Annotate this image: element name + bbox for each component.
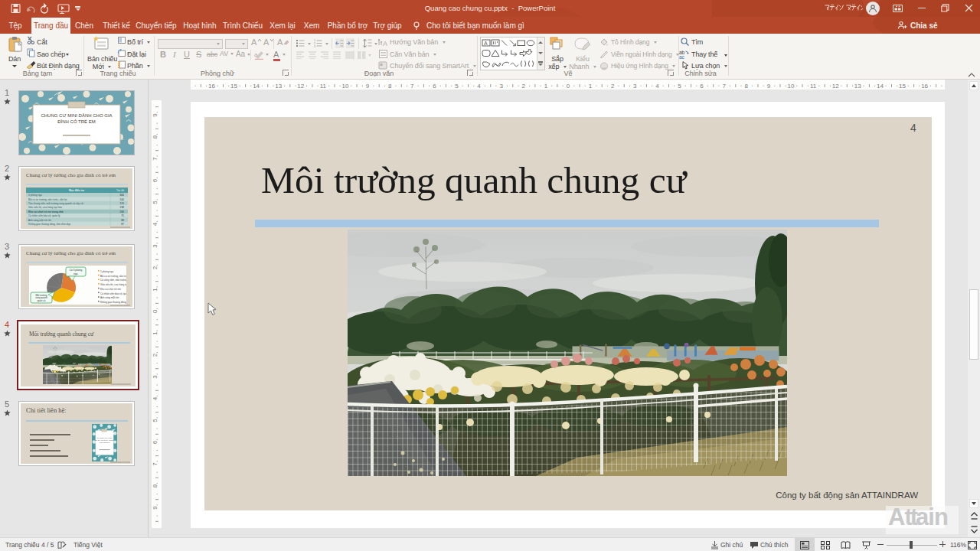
svg-text:16: 16 (921, 83, 928, 90)
svg-text:Có nhân viên bảo vệ, quản lý: Có nhân viên bảo vệ, quản lý (100, 292, 126, 295)
svg-text:8: 8 (152, 484, 158, 487)
svg-text:6: 6 (433, 83, 436, 90)
svg-text:Gần siêu thị, cửa hàng tạp hóa: Gần siêu thị, cửa hàng tạp hóa (28, 206, 62, 209)
svg-text:1: 1 (544, 83, 548, 90)
svg-text:Bãi cỏ xe trường, sân trước, t: Bãi cỏ xe trường, sân trước, tiện lợi (28, 198, 67, 201)
svg-text:5: 5 (455, 83, 459, 90)
svg-text:6: 6 (152, 440, 158, 444)
svg-text:13: 13 (275, 83, 282, 90)
svg-text:A: A (484, 41, 488, 46)
svg-text:3: 3 (633, 83, 637, 90)
svg-text:A: A (383, 40, 387, 47)
svg-text:5: 5 (152, 201, 158, 204)
svg-text:ngủ: ngủ (74, 272, 78, 276)
svg-text:2: 2 (611, 83, 615, 90)
svg-text:7: 7 (152, 157, 158, 161)
svg-text:7: 7 (410, 83, 414, 90)
svg-text:180: 180 (119, 210, 124, 214)
svg-text:1 phòng ngủ: 1 phòng ngủ (100, 270, 113, 273)
svg-text:1: 1 (589, 83, 593, 90)
svg-text:360: 360 (119, 194, 124, 197)
svg-text:3: 3 (152, 244, 158, 248)
svg-text:4: 4 (152, 396, 158, 400)
svg-text:6: 6 (152, 178, 158, 182)
svg-text:quán cà: quán cà (38, 299, 46, 302)
svg-text:Bãi cỏ xe trường, sân trước, t: Bãi cỏ xe trường, sân trước, tiện (100, 275, 126, 278)
svg-text:Có nhân viên bảo vệ, quản lý: Có nhân viên bảo vệ, quản lý (28, 214, 60, 217)
svg-text:14: 14 (877, 83, 884, 90)
svg-text:15: 15 (230, 83, 237, 90)
svg-text:140: 140 (119, 198, 124, 201)
svg-text:Không gian thoáng đãng, tầm: Không gian thoáng đãng, tầm (100, 301, 126, 304)
svg-text:6: 6 (700, 83, 704, 90)
svg-text:1: 1 (152, 331, 158, 335)
svg-text:3: 3 (499, 83, 503, 90)
svg-text:5: 5 (678, 83, 681, 90)
svg-text:ĐÌNH CÓ TRẺ EM: ĐÌNH CÓ TRẺ EM (57, 119, 96, 124)
svg-text:Có 3 phòng: Có 3 phòng (70, 269, 83, 272)
svg-text:4: 4 (655, 83, 659, 90)
svg-text:9: 9 (152, 113, 158, 117)
svg-text:ac: ac (679, 54, 685, 59)
svg-text:2: 2 (522, 83, 526, 90)
svg-text:Không gian thoáng đãng, tầm nh: Không gian thoáng đãng, tầm nhìn đẹp (28, 223, 70, 226)
svg-text:5: 5 (152, 419, 158, 422)
svg-text:138: 138 (119, 206, 124, 209)
svg-text:88: 88 (121, 219, 124, 222)
svg-text:10: 10 (788, 83, 795, 90)
svg-text:4: 4 (477, 83, 481, 90)
svg-text:Mục điều tra: Mục điều tra (69, 189, 84, 192)
svg-text:119: 119 (120, 202, 125, 205)
svg-text:8: 8 (152, 135, 158, 139)
svg-text:7: 7 (722, 83, 726, 90)
svg-text:12: 12 (832, 83, 839, 90)
svg-text:Ánh sáng mặt trời: Ánh sáng mặt trời (100, 296, 119, 299)
svg-text:12: 12 (297, 83, 304, 90)
svg-text:10: 10 (342, 83, 349, 90)
svg-text:Tòa chung viên, môi trường xun: Tòa chung viên, môi trường xung quanh có… (28, 202, 83, 205)
svg-text:8: 8 (388, 83, 392, 90)
svg-text:2: 2 (152, 353, 158, 357)
svg-text:3: 3 (314, 45, 315, 47)
svg-text:a: a (254, 51, 258, 58)
svg-text:13: 13 (854, 83, 861, 90)
svg-text:1: 1 (152, 288, 158, 292)
svg-text:9: 9 (152, 506, 158, 510)
svg-text:11: 11 (320, 83, 327, 90)
svg-text:15: 15 (899, 83, 906, 90)
svg-text:8: 8 (745, 83, 749, 90)
svg-text:Có công viên, môi trường xung: Có công viên, môi trường xung (100, 279, 126, 282)
svg-text:9: 9 (767, 83, 771, 90)
svg-text:87: 87 (121, 223, 124, 226)
svg-text:Khu vui chơi trẻ em: Khu vui chơi trẻ em (100, 288, 121, 291)
svg-text:CÓ TRẺ EM: CÓ TRẺ EM (100, 442, 110, 444)
svg-text:0: 0 (152, 309, 158, 313)
svg-text:14: 14 (253, 83, 260, 90)
svg-text:Gần siêu thị, cửa hàng tạp: Gần siêu thị, cửa hàng tạp (100, 283, 126, 286)
svg-text:3: 3 (152, 375, 158, 379)
svg-text:3 phòng ngủ: 3 phòng ngủ (28, 194, 42, 197)
svg-text:2: 2 (152, 266, 158, 269)
svg-text:4: 4 (152, 222, 158, 226)
svg-text:7: 7 (152, 462, 158, 466)
svg-text:Khu vui chơi trẻ em trong nhà: Khu vui chơi trẻ em trong nhà (28, 210, 64, 214)
svg-text:0: 0 (567, 83, 570, 90)
svg-text:16: 16 (208, 83, 215, 90)
svg-text:CHUNG CƯ MINI DÀNH CHO GIA: CHUNG CƯ MINI DÀNH CHO GIA (41, 113, 112, 118)
svg-text:11: 11 (810, 83, 817, 90)
svg-text:9: 9 (366, 83, 370, 90)
svg-text:Ánh sáng mặt trời tốt: Ánh sáng mặt trời tốt (28, 219, 51, 222)
svg-text:Trợ tốt: Trợ tốt (116, 189, 124, 192)
svg-text:75: 75 (121, 214, 124, 217)
